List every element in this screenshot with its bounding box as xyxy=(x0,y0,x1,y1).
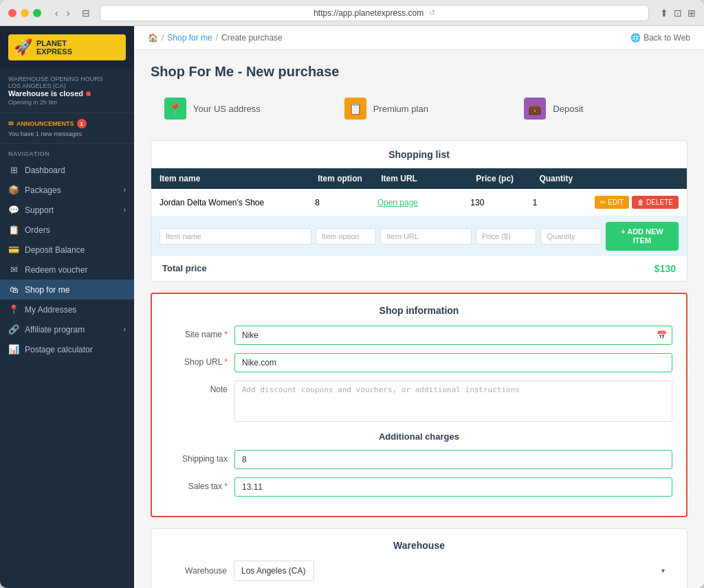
new-item-url-input[interactable] xyxy=(380,228,472,245)
col-item-option: Item option xyxy=(318,174,381,183)
col-price: Price (pc) xyxy=(476,174,539,183)
reader-mode-button[interactable]: ⊟ xyxy=(78,6,94,20)
sidebar-item-postage-calculator[interactable]: 📊 Postage calculator xyxy=(0,339,134,359)
main-content: 🏠 / Shop for me / Create purchase 🌐 Back… xyxy=(134,26,704,588)
warehouse-label: Warehouse xyxy=(165,566,227,576)
logo-line2: EXPRESS xyxy=(36,47,72,56)
note-label: Note xyxy=(166,381,228,394)
breadcrumb: 🏠 / Shop for me / Create purchase xyxy=(148,33,283,43)
col-actions xyxy=(603,174,679,183)
edit-button[interactable]: ✏ EDIT xyxy=(595,196,629,209)
new-item-option-input[interactable] xyxy=(316,228,376,245)
globe-icon: 🌐 xyxy=(630,33,641,43)
warehouse-select[interactable]: Los Angeles (CA) New York (NY) Chicago (… xyxy=(234,561,314,581)
site-name-input[interactable] xyxy=(234,326,672,345)
sidebar-item-label: Shop for me xyxy=(25,285,69,295)
shipping-tax-label: Shipping tax xyxy=(166,450,228,464)
add-item-row: + ADD NEW ITEM xyxy=(151,216,687,256)
sidebar-item-label: Redeem voucher xyxy=(25,265,87,275)
warehouse-row: Warehouse Los Angeles (CA) New York (NY)… xyxy=(165,561,673,581)
sidebar-item-orders[interactable]: 📋 Orders xyxy=(0,220,134,240)
back-to-web-link[interactable]: 🌐 Back to Web xyxy=(630,33,690,43)
item-option: 8 xyxy=(315,198,377,207)
total-price-value: $130 xyxy=(654,263,676,274)
announcements-label: ✉ ANNOUNCEMENTS 1 xyxy=(8,119,126,128)
shop-url-group: Shop URL xyxy=(166,353,672,372)
calendar-icon: 📅 xyxy=(657,330,667,340)
url-text: https://app.planetexpress.com xyxy=(314,8,424,18)
address-icon: 📍 xyxy=(8,304,19,315)
copy-button[interactable]: ⊡ xyxy=(674,8,682,19)
sidebar-item-label: Orders xyxy=(25,225,50,235)
sidebar-item-packages[interactable]: 📦 Packages › xyxy=(0,180,134,200)
new-item-quantity-input[interactable] xyxy=(540,228,601,245)
sales-tax-input[interactable] xyxy=(234,477,672,497)
delete-button[interactable]: 🗑 DELETE xyxy=(632,196,679,209)
chevron-right-icon: › xyxy=(124,206,126,214)
nav-section-title: NAVIGATION xyxy=(0,144,134,160)
warehouse-select-wrapper: Los Angeles (CA) New York (NY) Chicago (… xyxy=(234,561,673,581)
share-button[interactable]: ⬆ xyxy=(660,8,668,19)
shop-icon: 🛍 xyxy=(8,284,19,295)
item-price: 130 xyxy=(470,198,532,207)
sidebar-item-dashboard[interactable]: ⊞ Dashboard xyxy=(0,160,134,180)
announcements-badge: 1 xyxy=(77,119,87,128)
edit-icon: ✏ xyxy=(600,199,606,206)
sidebar-item-deposit-balance[interactable]: 💳 Deposit Balance xyxy=(0,240,134,260)
trash-icon: 🗑 xyxy=(637,199,644,206)
shop-info-card: Shop information Site name 📅 Shop URL xyxy=(151,293,688,517)
chevron-right-icon: › xyxy=(124,186,126,194)
back-button[interactable]: ‹ xyxy=(52,6,61,20)
sidebar-item-my-addresses[interactable]: 📍 My Addresses xyxy=(0,299,134,319)
shipping-tax-input[interactable] xyxy=(234,450,672,469)
new-item-name-input[interactable] xyxy=(160,228,311,245)
reload-icon: ↺ xyxy=(429,8,435,17)
warehouse-open-time: Opening in 2h 9m xyxy=(8,99,126,106)
logo-area: 🚀 PLANET EXPRESS xyxy=(0,26,134,69)
orders-icon: 📋 xyxy=(8,225,19,235)
step-1-label: Your US address xyxy=(193,104,261,114)
warehouse-status: Warehouse is closed xyxy=(8,89,126,98)
dashboard-icon: ⊞ xyxy=(8,165,19,175)
item-url-link[interactable]: Open page xyxy=(377,198,471,207)
sidebar-item-affiliate[interactable]: 🔗 Affiliate program › xyxy=(0,319,134,339)
sidebar-item-redeem-voucher[interactable]: ✉ Redeem voucher xyxy=(0,260,134,280)
step-premium-plan[interactable]: 📋 Premium plan xyxy=(331,91,508,126)
site-name-label: Site name xyxy=(166,326,228,339)
warehouse-label: WAREHOUSE OPENING HOURS LOS ANGELES (CA) xyxy=(8,76,126,89)
step-deposit[interactable]: 💼 Deposit xyxy=(510,91,688,126)
sidebar-item-label: Postage calculator xyxy=(25,345,93,354)
add-new-item-button[interactable]: + ADD NEW ITEM xyxy=(606,222,679,251)
row-actions: ✏ EDIT 🗑 DELETE xyxy=(595,196,679,209)
total-price-label: Total price xyxy=(162,263,207,274)
warehouse-info: WAREHOUSE OPENING HOURS LOS ANGELES (CA)… xyxy=(0,69,134,113)
breadcrumb-link[interactable]: Shop for me xyxy=(167,33,212,43)
table-row: Jordan Delta Women's Shoe 8 Open page 13… xyxy=(151,189,687,216)
deposit-icon: 💳 xyxy=(8,245,19,255)
address-bar[interactable]: https://app.planetexpress.com ↺ xyxy=(100,5,649,21)
new-item-price-input[interactable] xyxy=(476,228,536,245)
step-us-address[interactable]: 📍 Your US address xyxy=(151,91,328,126)
sidebar-item-support[interactable]: 💬 Support › xyxy=(0,200,134,220)
forward-button[interactable]: › xyxy=(64,6,73,20)
step-3-label: Deposit xyxy=(553,104,583,114)
page-body: Shop For Me - New purchase 📍 Your US add… xyxy=(134,50,704,588)
breadcrumb-current: Create purchase xyxy=(221,33,283,43)
sidebar-item-label: My Addresses xyxy=(25,305,76,315)
step-3-icon: 💼 xyxy=(524,98,546,120)
chevron-right-icon: › xyxy=(124,326,126,333)
site-name-group: Site name 📅 xyxy=(166,326,672,345)
voucher-icon: ✉ xyxy=(8,264,19,275)
shop-url-input[interactable] xyxy=(234,353,672,372)
note-input[interactable] xyxy=(234,381,672,422)
site-name-input-wrapper: 📅 xyxy=(234,326,672,345)
sidebar: 🚀 PLANET EXPRESS WAREHOUSE OPENING HOURS… xyxy=(0,26,134,588)
sidebar-item-shop-for-me[interactable]: 🛍 Shop for me xyxy=(0,280,134,299)
step-1-icon: 📍 xyxy=(164,98,186,120)
page-title: Shop For Me - New purchase xyxy=(151,64,688,80)
item-name: Jordan Delta Women's Shoe xyxy=(160,198,315,207)
sales-tax-group: Sales tax xyxy=(166,477,672,497)
logo-line1: PLANET xyxy=(36,39,72,47)
new-tab-button[interactable]: ⊞ xyxy=(688,8,696,19)
support-icon: 💬 xyxy=(8,205,19,215)
